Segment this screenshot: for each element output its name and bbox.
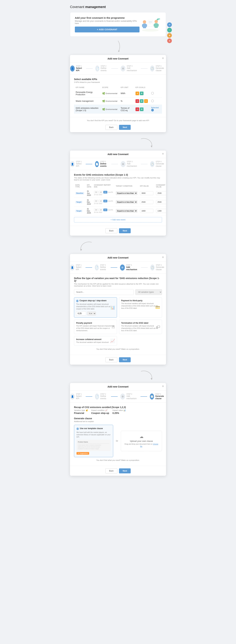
side-btn-2[interactable]: ↑ — [167, 28, 172, 32]
covenant-value-input-1[interactable] — [156, 191, 166, 195]
chip-1m-2[interactable]: 1M — [99, 200, 103, 202]
modal3-body: Define the type of variation you want fo… — [70, 274, 166, 355]
report-date-2: 24 Jun 2022 — [94, 203, 113, 204]
mech-input-row: % ▾ — [76, 312, 115, 316]
m3-step1[interactable]: 👤 STEP 1 Select KPI — [70, 264, 86, 271]
m4-step2[interactable]: 📄 STEP 2 Define events — [92, 393, 111, 400]
arrow-3 — [70, 237, 166, 254]
modal2-close-button[interactable]: ✕ — [162, 152, 164, 156]
chip-1m-1[interactable]: 1M — [99, 191, 103, 194]
side-btn-1[interactable]: ✉ — [167, 22, 172, 27]
mechanism-search-input[interactable] — [74, 289, 134, 295]
mech-unit-select[interactable]: % ▾ — [87, 312, 96, 316]
chip-2m-3[interactable]: 2M — [103, 208, 108, 211]
m2-step2[interactable]: 📄 STEP 2 Define events — [92, 161, 111, 167]
kpi-radio-1[interactable] — [151, 92, 154, 94]
covenant-value-input-3[interactable] — [156, 209, 166, 213]
step3-add-mechanism[interactable]: ⚙ STEP 3 Add mechanism — [118, 65, 141, 72]
kpi-col-unit: KPI UNIT — [119, 86, 134, 90]
kpi-row-1[interactable]: Renewable Energy Production 🌿Environment… — [74, 90, 162, 98]
m3-step3[interactable]: ⚙ STEP 3 Add mechanism — [117, 264, 141, 271]
modal1-back-button[interactable]: Back — [105, 125, 118, 130]
step3-icon: ⚙ — [121, 66, 125, 72]
modal3-back-button[interactable]: Back — [105, 357, 118, 362]
chip-2w-2[interactable]: 2W — [94, 200, 98, 202]
m2-step1[interactable]: 👤 STEP 1 Select KPI — [70, 161, 86, 167]
svg-marker-18 — [151, 378, 152, 380]
kpi-row-3[interactable]: GHG emissions reduction (Scope 1-3) 🌿Env… — [74, 105, 162, 114]
modal2-next-button[interactable]: Next — [119, 228, 131, 233]
kpi-radio-3[interactable] — [151, 109, 154, 112]
m4-step3[interactable]: ⚙ STEP 3 Add mechanism — [118, 393, 140, 400]
mech-icon-3: ⚠ — [112, 324, 115, 329]
choose-file-link[interactable]: choose file — [140, 443, 158, 447]
mech-card-payment[interactable]: Payment to third-party The structural va… — [119, 297, 162, 318]
modal4-back-button[interactable]: Back — [105, 468, 118, 474]
kpi-scope-3: 🌿Environmental — [101, 105, 119, 114]
step1-select-kpi[interactable]: 👤 STEP 1 Select KPI — [70, 65, 86, 72]
step-divider-2 — [111, 68, 118, 69]
modal-add-mechanism: Add new Covenant ✕ 👤 STEP 1 Select KPI 📄… — [70, 254, 166, 364]
condition-select-3[interactable]: Equal to or less than — [116, 209, 137, 213]
ev-col-date: KPI DATE — [86, 183, 93, 189]
kpi-value-input-3[interactable] — [140, 209, 153, 213]
kpi-goals-3: 🏭 ♻ — [134, 105, 149, 114]
add-covenant-button[interactable]: + ADD COVENANT — [75, 26, 139, 32]
kpi-value-input-1[interactable] — [140, 191, 153, 195]
recap-item-3: Impact value 📊 0.25% — [113, 409, 126, 414]
mech-card-coupon[interactable]: Coupon step-up / step-down The structura… — [74, 297, 117, 318]
m4-step2-icon: 📄 — [95, 394, 99, 400]
event-covenant-val-1[interactable] — [155, 189, 166, 198]
recap-icon-3: 📊 — [123, 409, 126, 411]
chip-1m-3[interactable]: 1M — [99, 208, 103, 211]
m2-step4[interactable]: 🕐 STEP 4 Generate clause — [147, 161, 166, 167]
chip-2w-1[interactable]: 2W — [94, 191, 98, 194]
add-event-button[interactable]: + Add new event — [74, 217, 162, 222]
mech-card-penalty[interactable]: Penalty payment The KPI variation will i… — [74, 320, 117, 334]
side-btn-4[interactable]: ♦ — [167, 38, 172, 43]
mech-card-termination[interactable]: Termination of the ESG label The Structu… — [119, 320, 162, 334]
specific-3[interactable]: Specific — [108, 209, 113, 211]
upload-clause-area[interactable]: ☁ Upload your own clause Drag and drop y… — [121, 431, 162, 451]
kpi-radio-2[interactable] — [151, 100, 154, 102]
m3-step2[interactable]: 📄 STEP 2 Define events — [92, 264, 111, 271]
m4-step1[interactable]: 👤 STEP 1 Select KPI — [70, 393, 86, 400]
suggestion-button[interactable]: ✦ Suggestions — [77, 452, 89, 455]
event-kpi-val-1[interactable] — [139, 189, 155, 198]
specific-2[interactable]: Specific — [108, 200, 113, 202]
step4-generate-clause[interactable]: 🕐 STEP 4 Generate clause — [147, 65, 166, 72]
modal1-close-button[interactable]: ✕ — [162, 57, 164, 60]
modal3-close-button[interactable]: ✕ — [162, 256, 164, 259]
clause-template-option[interactable]: Use our template clause We have built wi… — [74, 425, 113, 457]
chip-2w-3[interactable]: 2W — [94, 208, 98, 211]
covenant-value-input-2[interactable] — [156, 200, 166, 204]
event-covenant-val-3[interactable] — [155, 206, 166, 216]
mech-card-collateral[interactable]: Increase collateral amount The structura… — [74, 336, 117, 346]
goal-badge: ☀ — [144, 99, 148, 103]
side-btn-3[interactable]: ★ — [167, 33, 172, 38]
condition-select-2[interactable]: Equal to or less than — [116, 200, 137, 204]
m3-step4[interactable]: 🕐 STEP 4 Generate clause — [148, 264, 166, 271]
kpi-row-2[interactable]: Waste management 🌿Environmental % 🏭 ♻ ☀ — [74, 98, 162, 105]
event-kpi-val-3[interactable] — [139, 206, 155, 216]
modal1-next-button[interactable]: Next — [119, 125, 131, 130]
kpi-value-input-2[interactable] — [140, 200, 153, 204]
event-covenant-val-2[interactable] — [155, 198, 166, 206]
step-divider-3 — [141, 68, 147, 69]
modal4-close-button[interactable]: ✕ — [162, 385, 164, 388]
modal2-back-button[interactable]: Back — [105, 228, 118, 233]
m3-step1-icon: 👤 — [70, 264, 75, 270]
mechanism-filter-select[interactable]: All variation types — [135, 289, 162, 295]
mech-value-input[interactable] — [76, 312, 86, 316]
condition-select-1[interactable]: Equal to or less than — [116, 191, 137, 195]
modal3-next-button[interactable]: Next — [119, 357, 131, 362]
event-kpi-val-2[interactable] — [139, 198, 155, 206]
step2-define-events[interactable]: 📄 STEP 2 Define events — [93, 65, 111, 72]
modal4-next-button[interactable]: Next — [119, 468, 131, 474]
m4-step4[interactable]: 🕐 STEP 4 Generate clause — [147, 393, 166, 400]
specific-1[interactable]: Specific — [108, 191, 113, 193]
chip-2m-2[interactable]: 2M — [103, 200, 108, 202]
m2-step3[interactable]: ⚙ STEP 3 Add mechanism — [118, 161, 141, 167]
m3-divider2 — [111, 267, 117, 268]
chip-2m-1[interactable]: 2M — [103, 191, 108, 194]
